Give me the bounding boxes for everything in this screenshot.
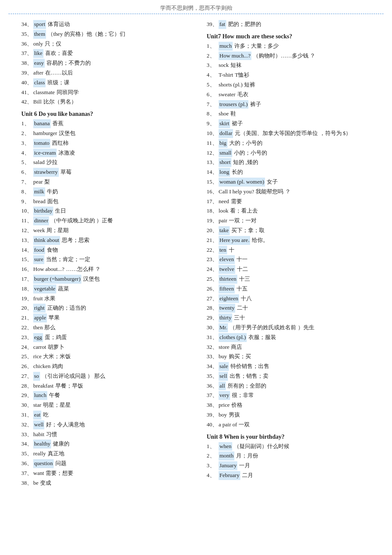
unit8-section: Unit 8 When is your birthday? 1、when （疑问… [207,434,380,480]
header-text: 学而不思则惘，思而不学则殆 [160,5,232,11]
vocab-english: Call I help you? [219,187,254,196]
vocab-english: Bill [33,98,42,106]
vocab-chinese: 周；星期 [46,226,69,235]
vocab-chinese: 喜欢；喜爱 [45,49,73,58]
list-item: 2、How much...? （购物时）……多少钱 ？ [207,52,380,60]
vocab-english: thirteen [219,275,237,284]
vocab-english: fat [219,20,226,29]
list-item: 26、chicken 鸡肉 [21,362,195,371]
list-item: 2、hamburger 汉堡包 [21,129,195,138]
vocab-english: question [33,459,54,468]
list-item: 26、fifteen 十五 [207,285,380,293]
vocab-english: week [33,226,45,235]
vocab-english: egg [33,333,43,342]
vocab-chinese: 香蕉 [52,119,63,128]
list-item: 37、very 很；非常 [207,391,380,400]
vocab-english: thirty [219,313,232,322]
list-item: 29、lunch 午餐 [21,391,195,400]
page-wrapper: 学而不思则惘，思而不学则殆 34、sport 体育运动35、them （they… [9,4,383,490]
list-item: 22、then 那么 [21,323,195,332]
vocab-number: 24、 [21,343,33,352]
vocab-english: sport [33,20,46,29]
list-item: 30、Mr. （用于男子的姓氏或姓名前 ）先生 [207,323,380,332]
vocab-number: 27、 [207,294,219,303]
list-item: 33、buy 购买；买 [207,352,380,361]
list-item: 7、pear 梨 [21,178,195,187]
vocab-english: eat [33,411,41,420]
vocab-english: chicken [33,362,50,371]
list-item: 5、salad 沙拉 [21,158,195,167]
vocab-chinese: 一双 [239,420,250,429]
vocab-number: 34、 [21,20,33,29]
vocab-english: short [219,158,231,167]
vocab-chinese: 衣服；服装 [248,333,276,342]
list-item: 33、habit 习惯 [21,430,195,439]
list-item: 31、clothes (pl.) 衣服；服装 [207,333,380,342]
vocab-chinese: 二月 [242,471,253,480]
vocab-number: 2、 [207,52,219,60]
vocab-number: 10、 [207,129,219,138]
vocab-chinese: 毛衣 [237,90,248,99]
vocab-chinese: 午餐 [49,391,60,400]
vocab-chinese: 看；看上去 [230,207,258,216]
vocab-number: 35、 [207,372,219,381]
vocab-chinese: 短裤 [244,81,255,89]
vocab-number: 40、 [21,78,33,87]
list-item: 40、a pair of 一双 [207,420,380,429]
vocab-chinese: 特价销售；出售 [231,362,269,371]
vocab-english: strawberry [33,168,59,177]
vocab-number: 34、 [21,440,33,449]
vocab-number: 21、 [207,236,219,245]
vocab-chinese: （用于男子的姓氏或姓名前 ）先生 [230,323,314,332]
vocab-number: 2、 [207,451,219,460]
page-header: 学而不思则惘，思而不学则殆 [9,4,383,14]
vocab-chinese: 真正地 [48,449,64,458]
vocab-number: 38、 [207,401,219,410]
vocab-english: shorts (pl.) [219,81,242,89]
vocab-number: 23、 [21,333,33,342]
unit6-section: Unit 6 Do you like bananas? 1、banana 香蕉2… [21,111,195,487]
vocab-number: 22、 [21,323,33,332]
list-item: 20、take 买下；拿；取 [207,226,380,235]
vocab-chinese: 二十 [237,304,248,313]
vocab-english: well [33,420,44,429]
vocab-chinese: 一双；一对 [229,216,257,225]
vocab-chinese: 面包 [47,197,58,206]
vocab-english: very [219,391,230,400]
vocab-english: much [219,42,233,51]
vocab-english: sure [33,255,44,264]
left-column: 34、sport 体育运动35、them （they 的宾格）他（她；它）们36… [9,19,198,490]
vocab-chinese: 需要；想要 [46,469,73,478]
list-item: 36、question 问题 [21,459,195,468]
vocab-number: 13、 [21,236,33,245]
vocab-number: 29、 [21,391,33,400]
vocab-chinese: 长的 [232,168,243,177]
vocab-english: breakfast [33,382,54,391]
vocab-chinese: 许多；大量；多少 [234,42,279,51]
list-item: 20、right 正确的；适当的 [21,304,195,313]
list-item: 35、sell 出售；销售；卖 [207,372,380,381]
vocab-english: buy [219,352,227,361]
vocab-chinese: 水果 [44,294,55,303]
vocab-chinese: 冰激凌 [58,149,75,158]
vocab-number: 36、 [207,382,219,391]
vocab-chinese: 肥的；肥胖的 [228,20,261,29]
vocab-english: pear [33,178,43,187]
vocab-english: sock [219,61,229,70]
vocab-chinese: 吃 [43,411,49,420]
vocab-number: 16、 [21,265,33,274]
vocab-number: 23、 [207,255,219,264]
vocab-english: after [33,69,43,78]
vocab-english: How about...? [33,265,64,274]
vocab-chinese: 十二 [237,265,248,274]
vocab-chinese: 买下；拿；取 [231,226,265,235]
vocab-number: 33、 [21,430,33,439]
vocab-english: birthday [33,207,53,216]
list-item: 3、sock 短袜 [207,61,380,70]
vocab-chinese: 十五 [236,285,248,293]
vocab-number: 29、 [207,313,219,322]
vocab-chinese: 生日 [55,207,66,216]
vocab-chinese: 需要 [231,197,242,206]
vocab-number: 42、 [21,98,33,106]
vocab-english: skirt [219,119,230,128]
